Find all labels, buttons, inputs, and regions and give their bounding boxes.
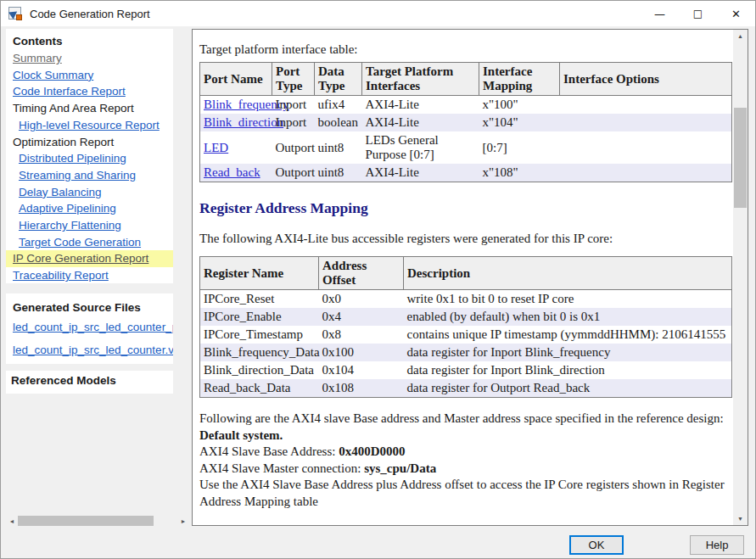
help-button[interactable]: Help — [690, 535, 744, 555]
ip-core-generation-report-link[interactable]: IP Core Generation Report — [13, 252, 148, 265]
toc-item-target-code-generation: Target Code Generation — [6, 234, 173, 251]
target-code-generation-link[interactable]: Target Code Generation — [19, 236, 141, 249]
cell: Read_back_Data — [200, 379, 319, 398]
delay-balancing-link[interactable]: Delay Balancing — [19, 186, 102, 198]
clock-summary-link[interactable]: Clock Summary — [13, 69, 93, 81]
cell: Blink_frequency_Data — [200, 344, 319, 361]
col-address-offset: Address Offset — [319, 257, 404, 290]
cell: Outport — [272, 164, 315, 182]
toc-item-hierarchy-flattening: Hierarchy Flattening — [6, 217, 173, 234]
adaptive-pipelining-link[interactable]: Adaptive Pipelining — [19, 202, 116, 215]
scroll-left-icon[interactable]: ◄ — [6, 515, 18, 527]
col-data-type: Data Type — [315, 63, 362, 96]
read-back-link[interactable]: Read_back — [204, 165, 260, 179]
cell — [560, 114, 732, 131]
port-interface-table: Port Name Port Type Data Type Target Pla… — [199, 62, 732, 182]
cell: x"104" — [479, 114, 560, 131]
cell: 0x104 — [319, 361, 404, 379]
cell: Outport — [272, 131, 315, 164]
port-table-header-row: Port Name Port Type Data Type Target Pla… — [200, 63, 732, 96]
toc-item-high-level-resource: High-level Resource Report — [6, 117, 173, 134]
close-icon[interactable]: ✕ — [717, 1, 755, 26]
address-notes: Following are the AXI4 slave Base addres… — [199, 411, 733, 525]
cell — [560, 96, 732, 115]
cell: contains unique IP timestamp (yymmddHHMM… — [404, 326, 732, 344]
master-connection-value: sys_cpu/Data — [364, 461, 436, 475]
table-row: Read_back Outport uint8 AXI4-Lite x"108" — [200, 164, 732, 182]
notes-line-usage: Use the AXI4 Slave Base Address plus Add… — [199, 477, 733, 510]
scroll-down-icon[interactable]: ▼ — [733, 512, 748, 525]
col-target-platform: Target Platform Interfaces — [362, 63, 479, 96]
ok-button[interactable]: OK — [569, 535, 624, 555]
toc-item-streaming-sharing: Streaming and Sharing — [6, 167, 173, 184]
table-row: Blink_direction_Data 0x104 data register… — [200, 361, 732, 379]
cell: boolean — [315, 114, 362, 131]
cell: IPCore_Enable — [200, 308, 319, 326]
scroll-right-icon[interactable]: ► — [177, 515, 189, 527]
toc-item-distributed-pipelining: Distributed Pipelining — [6, 150, 173, 167]
toc-item-adaptive-pipelining: Adaptive Pipelining — [6, 200, 173, 217]
table-row: Read_back_Data 0x108 data register for O… — [200, 379, 732, 398]
minimize-icon[interactable]: — — [641, 1, 679, 26]
slave-base-address-value: 0x400D0000 — [339, 444, 405, 458]
cell: LEDs General Purpose [0:7] — [362, 131, 479, 164]
col-register-name: Register Name — [200, 257, 319, 290]
high-level-resource-link[interactable]: High-level Resource Report — [19, 119, 160, 131]
cell: ufix4 — [315, 96, 362, 115]
col-interface-options: Interface Options — [560, 63, 732, 96]
cell: Inport — [272, 96, 315, 115]
source-file-link-pkg[interactable]: led_count_ip_src_led_counter_pk — [13, 316, 173, 338]
horizontal-scrollbar-thumb[interactable] — [18, 516, 154, 526]
cell: x"108" — [479, 164, 560, 182]
hierarchy-flattening-link[interactable]: Hierarchy Flattening — [19, 219, 121, 232]
generated-source-files-panel: Generated Source Files led_count_ip_src_… — [6, 293, 173, 364]
maximize-icon[interactable]: □ — [679, 1, 717, 26]
cell: uint8 — [315, 131, 362, 164]
scroll-up-icon[interactable]: ▲ — [733, 30, 748, 42]
toc-item-optimization: Optimization Report — [6, 134, 173, 151]
target-platform-intro: Target platform interface table: — [199, 42, 733, 57]
cell: data register for Inport Blink_direction — [404, 361, 732, 379]
main-vertical-scrollbar[interactable]: ▲ ▼ — [733, 30, 748, 525]
master-connection-label: AXI4 Slave Master connection: — [199, 461, 364, 475]
cell: 0x108 — [319, 379, 404, 398]
traceability-report-link[interactable]: Traceability Report — [13, 269, 109, 282]
col-port-type: Port Type — [272, 63, 315, 96]
sidebar-horizontal-scrollbar[interactable]: ◄ ► — [6, 515, 189, 527]
cell: AXI4-Lite — [362, 164, 479, 182]
cell: 0x4 — [319, 308, 404, 326]
cell: 0x8 — [319, 326, 404, 344]
source-file-link-vhd[interactable]: led_count_ip_src_led_counter.vhd — [13, 338, 173, 361]
title-bar: Code Generation Report — □ ✕ — [1, 1, 755, 26]
table-row: Blink_direction Inport boolean AXI4-Lite… — [200, 114, 732, 131]
cell: 0x0 — [319, 290, 404, 309]
vertical-scrollbar-thumb[interactable] — [734, 108, 747, 208]
cell — [560, 164, 732, 182]
toc-item-ip-core-generation-selected: IP Core Generation Report — [6, 250, 173, 267]
table-row: Blink_frequency_Data 0x100 data register… — [200, 344, 732, 361]
col-port-name: Port Name — [200, 63, 272, 96]
cell: AXI4-Lite — [362, 96, 479, 115]
table-of-contents: Summary Clock Summary Code Interface Rep… — [6, 50, 173, 283]
streaming-sharing-link[interactable]: Streaming and Sharing — [19, 169, 136, 182]
cell: [0:7] — [479, 131, 560, 164]
toc-item-timing-area: Timing And Area Report — [6, 100, 173, 117]
toc-item-traceability: Traceability Report — [6, 267, 173, 283]
cell: write 0x1 to bit 0 to reset IP core — [404, 290, 732, 309]
report-content-panel: Target platform interface table: Port Na… — [192, 29, 748, 526]
code-interface-report-link[interactable]: Code Interface Report — [13, 85, 126, 98]
table-row: IPCore_Timestamp 0x8 contains unique IP … — [200, 326, 732, 344]
summary-link[interactable]: Summary — [13, 52, 62, 64]
blink-direction-link[interactable]: Blink_direction — [204, 115, 283, 129]
cell: x"100" — [479, 96, 560, 115]
register-address-table: Register Name Address Offset Description… — [199, 256, 732, 398]
distributed-pipelining-link[interactable]: Distributed Pipelining — [19, 152, 126, 165]
table-row: IPCore_Enable 0x4 enabled (by default) w… — [200, 308, 732, 326]
table-row: LED Outport uint8 LEDs General Purpose [… — [200, 131, 732, 164]
cell: Blink_direction_Data — [200, 361, 319, 379]
toc-item-clock-summary: Clock Summary — [6, 67, 173, 84]
cell: IPCore_Reset — [200, 290, 319, 309]
register-address-mapping-heading: Register Address Mapping — [199, 199, 733, 217]
led-link[interactable]: LED — [204, 141, 228, 154]
contents-panel: Contents Summary Clock Summary Code Inte… — [6, 29, 173, 283]
